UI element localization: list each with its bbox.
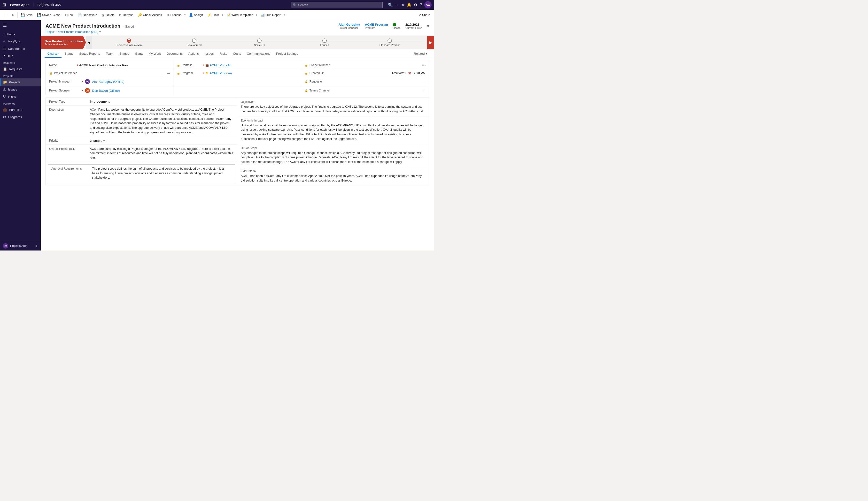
search-bar[interactable]: 🔍 Search: [291, 2, 383, 8]
teams-lock-icon: 🔒: [305, 89, 308, 92]
sidebar-hamburger[interactable]: ☰: [0, 20, 41, 31]
help-icon[interactable]: ?: [420, 3, 422, 7]
delete-button[interactable]: 🗑 Delete: [100, 12, 116, 18]
project-manager-value[interactable]: Alan Geraghty: [338, 23, 360, 26]
active-stage-label: New Product Introduction Active for 4 mi…: [41, 36, 86, 49]
waffle-icon[interactable]: ⊞: [2, 2, 6, 8]
projects-area-avatar: PA: [3, 243, 8, 248]
program-lock-icon: 🔒: [177, 72, 180, 75]
stage-step-scaleup[interactable]: Scale-Up: [227, 39, 292, 46]
sidebar-item-help[interactable]: ? Help: [0, 52, 41, 60]
breadcrumb-dropdown-icon[interactable]: ▾: [99, 30, 101, 34]
stage-step-business-case[interactable]: Business Case (4 Min): [97, 39, 162, 46]
priority-value: 3. Medium: [90, 139, 105, 142]
project-number-label: Project Number: [310, 63, 330, 67]
pm-required: •: [82, 79, 84, 84]
sidebar-item-portfolios[interactable]: 💼 Portfolios: [0, 106, 41, 113]
teams-value: ---: [422, 89, 426, 93]
assign-button[interactable]: 👤 Assign: [187, 12, 205, 18]
header-expand-icon[interactable]: ▾: [427, 23, 429, 29]
word-templates-button[interactable]: 📝 Word Templates: [224, 12, 255, 18]
tab-status[interactable]: Status: [62, 49, 76, 58]
refresh-icon: ↺: [119, 13, 122, 17]
sponsor-value[interactable]: Dan Bacon (Offline): [92, 89, 120, 93]
tab-team[interactable]: Team: [103, 49, 116, 58]
stage-step-standard[interactable]: Standard Product: [357, 39, 422, 46]
run-report-dropdown-arrow[interactable]: ▾: [283, 13, 286, 17]
sidebar-item-issues[interactable]: ⚠ Issues: [0, 86, 41, 93]
stage-collapse-button[interactable]: ◀: [86, 36, 92, 49]
sidebar-expand-icon[interactable]: ⇕: [35, 244, 38, 248]
program-value[interactable]: ACME Program: [365, 23, 388, 26]
back-icon: ←: [4, 13, 7, 17]
bell-icon[interactable]: 🔔: [407, 3, 411, 7]
pm-value[interactable]: Alan Geraghty (Offline): [92, 80, 125, 84]
sidebar-item-dashboards[interactable]: ▦ Dashboards: [0, 45, 41, 52]
portfolio-icon: 💼: [205, 64, 209, 67]
filter-icon[interactable]: ⧖: [401, 3, 404, 7]
portfolio-value[interactable]: 💼 ACME Portfolio: [205, 63, 231, 67]
refresh-button[interactable]: ↺ Refresh: [117, 12, 135, 18]
process-button[interactable]: ⚙ Process: [165, 12, 183, 18]
sidebar-bottom-area[interactable]: PA Projects Area ⇕: [0, 241, 41, 250]
back-button[interactable]: ←: [2, 12, 9, 18]
save-button[interactable]: 💾 Save: [19, 12, 35, 18]
tab-charter[interactable]: Charter: [44, 49, 62, 58]
breadcrumb-project[interactable]: Project: [45, 30, 54, 34]
active-stage-name: New Product Introduction: [44, 40, 83, 43]
stage-step-development[interactable]: Development: [162, 39, 227, 46]
tab-gantt[interactable]: Gantt: [132, 49, 146, 58]
requests-icon: 📋: [3, 67, 7, 71]
flow-dropdown-arrow[interactable]: ▾: [221, 13, 224, 17]
save-close-button[interactable]: 💾 Save & Close: [35, 12, 62, 18]
deactivate-button[interactable]: 📄 Deactivate: [76, 12, 99, 18]
tab-issues[interactable]: Issues: [202, 49, 217, 58]
program-value[interactable]: 📁 ACME Program: [205, 71, 232, 75]
out-of-scope-value: Any changes to the project scope will re…: [241, 151, 426, 164]
tab-related[interactable]: Related ▾: [411, 49, 430, 58]
word-templates-dropdown-arrow[interactable]: ▾: [255, 13, 258, 17]
sidebar-item-risks[interactable]: ⛉ Risks: [0, 93, 41, 100]
tab-stages[interactable]: Stages: [116, 49, 132, 58]
sidebar-item-programs[interactable]: 🗂 Programs: [0, 113, 41, 120]
programs-icon: 🗂: [3, 115, 6, 119]
tab-project-settings[interactable]: Project Settings: [273, 49, 301, 58]
tab-documents[interactable]: Documents: [164, 49, 186, 58]
calendar-icon[interactable]: 📅: [408, 72, 411, 75]
breadcrumb-version[interactable]: New Product Introduction (v1.0): [57, 30, 98, 34]
sidebar-item-home[interactable]: ⌂ Home: [0, 31, 41, 38]
portfolios-icon: 💼: [3, 108, 7, 111]
tab-communications[interactable]: Communications: [244, 49, 273, 58]
run-report-button[interactable]: 📊 Run Report: [259, 12, 283, 18]
reference-cell: 🔒 Project Reference ---: [46, 69, 174, 77]
add-icon[interactable]: ＋: [395, 2, 399, 8]
tab-risks[interactable]: Risks: [217, 49, 230, 58]
requestor-lock-icon: 🔒: [305, 80, 308, 83]
new-button[interactable]: + New: [63, 12, 75, 18]
date-sub-label: Current Finish: [405, 26, 422, 29]
exit-criteria-value: ACME has been a AComPany Ltd customer si…: [241, 174, 426, 183]
sidebar-item-mywork[interactable]: ✓ My Work: [0, 38, 41, 45]
delete-icon: 🗑: [102, 13, 105, 17]
check-access-button[interactable]: 🔑 Check Access: [136, 12, 164, 18]
stage-step-launch[interactable]: Launch: [292, 39, 357, 46]
pm-cell-empty: [174, 77, 301, 86]
sidebar-item-projects[interactable]: 📁 Projects: [0, 78, 41, 86]
settings-icon[interactable]: ⚙: [414, 3, 417, 7]
refresh-circle-button[interactable]: ↻: [10, 12, 17, 18]
org-name[interactable]: BrightWork 365: [37, 3, 61, 7]
stage-label-business-case: Business Case (4 Min): [116, 44, 143, 46]
stage-next-button[interactable]: ▶: [427, 36, 434, 49]
portfolio-cell: 🔒 Portfolio • 💼 ACME Portfolio: [174, 61, 301, 69]
process-dropdown-arrow[interactable]: ▾: [183, 13, 187, 17]
user-avatar[interactable]: AG: [424, 1, 431, 9]
tab-my-work[interactable]: My Work: [146, 49, 164, 58]
sidebar-item-requests[interactable]: 📋 Requests: [0, 65, 41, 73]
tab-costs[interactable]: Costs: [230, 49, 244, 58]
flow-button[interactable]: ⚡ Flow: [205, 12, 221, 18]
tab-actions[interactable]: Actions: [186, 49, 202, 58]
share-button[interactable]: ↗ Share: [416, 12, 432, 18]
process-button-group: ⚙ Process ▾: [165, 12, 187, 18]
tab-status-reports[interactable]: Status Reports: [76, 49, 103, 58]
search-icon-right[interactable]: 🔍: [388, 3, 393, 7]
